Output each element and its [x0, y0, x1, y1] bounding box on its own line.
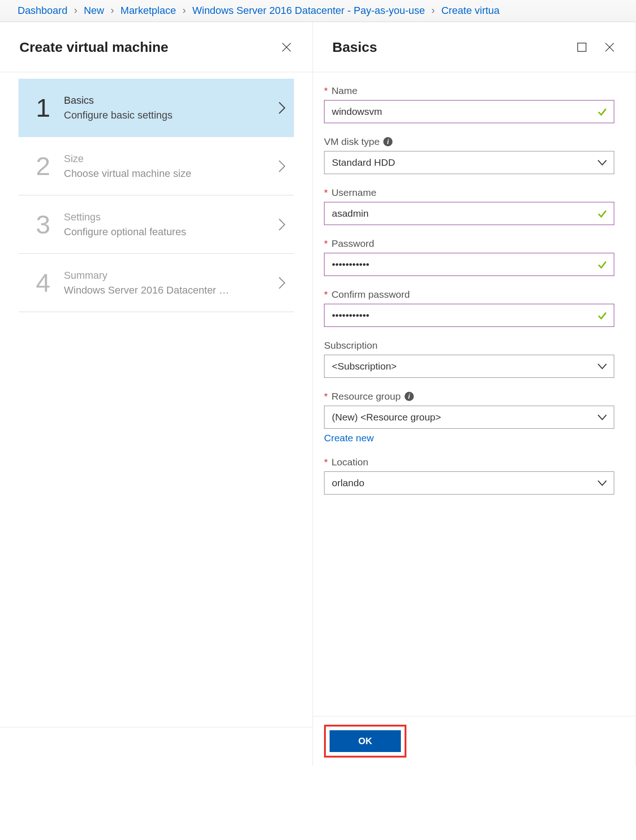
chevron-right-icon: › [74, 5, 77, 17]
check-icon [597, 107, 614, 117]
create-vm-panel: Create virtual machine 1 Basics Configur… [0, 22, 313, 766]
required-indicator: * [324, 187, 328, 198]
chevron-right-icon [278, 101, 286, 114]
confirm-password-input-wrapper [324, 304, 614, 327]
step-title: Settings [64, 211, 278, 223]
step-subtitle: Configure basic settings [64, 109, 278, 121]
step-number: 1 [27, 93, 59, 123]
maximize-icon[interactable] [574, 40, 589, 55]
disk-type-field: VM disk type i Standard HDD [324, 136, 614, 174]
field-label: Password [331, 238, 374, 249]
chevron-down-icon [597, 159, 614, 166]
name-input-wrapper [324, 100, 614, 123]
username-input-wrapper [324, 202, 614, 225]
step-number: 3 [27, 209, 59, 239]
password-field: * Password [324, 238, 614, 276]
panel-title: Create virtual machine [19, 39, 168, 55]
create-new-link[interactable]: Create new [324, 433, 374, 444]
chevron-right-icon [278, 276, 286, 289]
chevron-right-icon [278, 160, 286, 173]
location-select[interactable]: orlando [324, 471, 614, 495]
chevron-down-icon [597, 363, 614, 370]
resource-group-field: * Resource group i (New) <Resource group… [324, 391, 614, 444]
required-indicator: * [324, 391, 328, 402]
chevron-down-icon [597, 480, 614, 486]
select-value: (New) <Resource group> [324, 412, 597, 423]
panel-title: Basics [332, 39, 377, 55]
step-title: Basics [64, 94, 278, 107]
chevron-right-icon: › [182, 5, 186, 17]
breadcrumb-item[interactable]: New [84, 5, 104, 17]
breadcrumb-item[interactable]: Create virtua [441, 5, 499, 17]
field-label: Username [331, 187, 376, 198]
confirm-password-field: * Confirm password [324, 289, 614, 327]
username-field: * Username [324, 187, 614, 225]
panel-footer: OK [313, 716, 636, 766]
step-subtitle: Configure optional features [64, 226, 278, 238]
username-input[interactable] [324, 208, 597, 219]
disk-type-select[interactable]: Standard HDD [324, 151, 614, 174]
panel-header: Create virtual machine [0, 22, 312, 72]
chevron-right-icon: › [431, 5, 435, 17]
panel-header: Basics [313, 22, 636, 72]
step-title: Size [64, 153, 278, 165]
step-settings[interactable]: 3 Settings Configure optional features [19, 195, 294, 254]
basics-form: * Name VM disk type i Standard HDD [313, 72, 636, 716]
required-indicator: * [324, 457, 328, 468]
step-title: Summary [64, 270, 278, 282]
step-basics[interactable]: 1 Basics Configure basic settings [19, 79, 294, 137]
svg-rect-2 [578, 43, 586, 51]
required-indicator: * [324, 238, 328, 249]
ok-highlight: OK [324, 725, 406, 758]
info-icon[interactable]: i [383, 137, 393, 146]
password-input-wrapper [324, 253, 614, 276]
breadcrumb: Dashboard › New › Marketplace › Windows … [0, 0, 636, 22]
check-icon [597, 310, 614, 320]
select-value: <Subscription> [324, 361, 597, 372]
breadcrumb-item[interactable]: Marketplace [120, 5, 176, 17]
panel-footer [0, 727, 312, 766]
field-label: Resource group [331, 391, 400, 402]
name-input[interactable] [324, 106, 597, 117]
chevron-right-icon: › [111, 5, 114, 17]
required-indicator: * [324, 85, 328, 96]
check-icon [597, 259, 614, 270]
ok-button[interactable]: OK [330, 730, 401, 752]
subscription-field: Subscription <Subscription> [324, 340, 614, 378]
password-input[interactable] [324, 259, 597, 270]
chevron-down-icon [597, 414, 614, 420]
step-size[interactable]: 2 Size Choose virtual machine size [19, 137, 294, 195]
field-label: Confirm password [331, 289, 410, 300]
close-icon[interactable] [279, 40, 294, 55]
location-field: * Location orlando [324, 457, 614, 495]
step-subtitle: Choose virtual machine size [64, 168, 278, 180]
breadcrumb-item[interactable]: Windows Server 2016 Datacenter - Pay-as-… [192, 5, 425, 17]
name-field: * Name [324, 85, 614, 123]
close-icon[interactable] [602, 40, 617, 55]
step-number: 4 [27, 268, 59, 298]
check-icon [597, 208, 614, 219]
field-label: Location [331, 457, 368, 468]
field-label: Name [331, 85, 357, 96]
wizard-steps: 1 Basics Configure basic settings 2 Size… [0, 72, 312, 312]
chevron-right-icon [278, 218, 286, 231]
step-number: 2 [27, 151, 59, 181]
basics-panel: Basics * Name [313, 22, 636, 766]
confirm-password-input[interactable] [324, 310, 597, 321]
breadcrumb-item[interactable]: Dashboard [18, 5, 68, 17]
step-subtitle: Windows Server 2016 Datacenter … [64, 284, 278, 296]
subscription-select[interactable]: <Subscription> [324, 355, 614, 378]
resource-group-select[interactable]: (New) <Resource group> [324, 406, 614, 429]
select-value: Standard HDD [324, 157, 597, 168]
field-label: Subscription [324, 340, 378, 351]
select-value: orlando [324, 477, 597, 489]
info-icon[interactable]: i [405, 392, 414, 401]
step-summary[interactable]: 4 Summary Windows Server 2016 Datacenter… [19, 254, 294, 312]
required-indicator: * [324, 289, 328, 300]
field-label: VM disk type [324, 136, 380, 147]
